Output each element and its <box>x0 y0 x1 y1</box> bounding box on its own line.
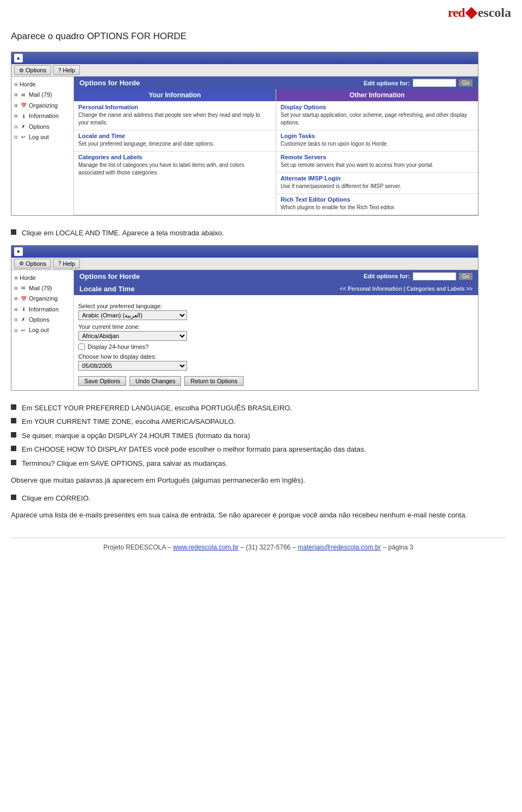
help-toolbar-btn-2[interactable]: ? Help <box>53 259 80 268</box>
sidebar-item-logout-2[interactable]: ⊟ ↩ Log out <box>11 325 73 335</box>
categories-title-1: Categories and Labels <box>78 154 271 160</box>
calendar-icon-1: 📅 <box>20 102 27 109</box>
logo-area: red escola <box>0 0 522 23</box>
locale-buttons-2: Save Options Undo Changes Return to Opti… <box>78 376 474 386</box>
bullet-item-4: Terminou? Clique em SAVE OPTIONS, para s… <box>11 458 506 469</box>
remote-servers-text-1: Set up remote servers that you want to a… <box>281 161 474 169</box>
sidebar-item-mail-2[interactable]: ⊞ ✉ Mail (79) <box>11 283 73 293</box>
rich-text-section-1: Rich Text Editor Options Which plugins t… <box>276 193 478 215</box>
return-options-btn-2[interactable]: Return to Options <box>184 376 243 386</box>
display24-label-2: Display 24-hour times? <box>88 343 149 350</box>
sidebar-item-horde-2[interactable]: ⊞ Horde <box>11 273 73 283</box>
bullet-text-3: Em CHOOSE HOW TO DISPLAY DATES você pode… <box>22 444 366 455</box>
date-select-2[interactable]: 05/08/2005 <box>78 361 187 371</box>
locale-panel-title-2: Locale and Time <box>79 285 135 293</box>
main-content: Aparece o quadro OPTIONS FOR HORDE ■ ⚙ O… <box>0 23 522 562</box>
go-btn-2[interactable]: Go <box>459 273 473 280</box>
window-icon-2: ■ <box>14 247 23 256</box>
sidebar-item-horde-1[interactable]: ⊞ Horde <box>11 79 73 90</box>
footer-text-3: – página 3 <box>381 544 413 551</box>
categories-section-1: Categories and Labels Manage the list of… <box>74 151 276 180</box>
other-info-title-1: Other Information <box>276 89 478 101</box>
edit-label-2: Edit options for: <box>364 273 410 279</box>
tree-expand-icon-1: ⊞ <box>14 82 18 88</box>
tree-expand-icon-info-1: ⊞ <box>14 113 18 119</box>
language-select-2[interactable]: Arabic (Oman) (العربية) <box>78 310 187 320</box>
options-toolbar-btn-2[interactable]: ⚙ Options <box>14 259 51 268</box>
options-header-right-2: Edit options for: Go <box>364 272 473 280</box>
display24-checkbox-2[interactable] <box>78 343 85 350</box>
options-header-title-2: Options for Horde <box>79 272 140 280</box>
edit-options-input-2[interactable] <box>413 272 456 280</box>
sidebar-item-information-2[interactable]: ⊞ ℹ Information <box>11 304 73 315</box>
caption-1-text: Clique em LOCALE AND TIME. Aparece a tel… <box>22 228 224 239</box>
options-icon-side-2: ✗ <box>20 316 27 324</box>
bullet2-section: Clique em CORREIO. <box>11 493 506 504</box>
bullet-text-0: Em SELECT YOUR PREFERRED LANGUAGE, escol… <box>22 403 292 414</box>
bullet-sq-0 <box>11 404 16 410</box>
other-info-panel-1: Other Information Display Options Set yo… <box>276 89 478 215</box>
edit-label-1: Edit options for: <box>364 80 410 86</box>
sidebar-item-organizing-1[interactable]: ⊞ 📅 Organizing <box>11 101 73 111</box>
sidebar-1: ⊞ Horde ⊞ ✉ Mail (79) ⊞ 📅 Organizing ⊞ ℹ… <box>11 77 74 215</box>
timezone-select-2[interactable]: Africa/Abidjan <box>78 331 187 341</box>
logo-escola: escola <box>478 5 511 20</box>
display-options-section-1: Display Options Set your startup applica… <box>276 101 478 130</box>
page-title: Aparece o quadro OPTIONS FOR HORDE <box>11 31 506 42</box>
titlebar-2: ■ <box>11 246 478 258</box>
sidebar-item-logout-1[interactable]: ⊟ ↩ Log out <box>11 132 73 142</box>
main-panel-2: Options for Horde Edit options for: Go L… <box>74 270 478 390</box>
para-2: Aparece uma lista de e-mails presentes e… <box>11 510 506 521</box>
logo-diamond-icon <box>465 7 477 19</box>
options-header-right-1: Edit options for: Go <box>364 79 473 87</box>
save-options-btn-2[interactable]: Save Options <box>78 376 126 386</box>
sidebar-item-options-1[interactable]: ⊟ ✗ Options <box>11 122 73 132</box>
edit-options-input-1[interactable] <box>413 79 456 87</box>
envelope-icon-2: ✉ <box>20 285 27 292</box>
options-toolbar-btn-1[interactable]: ⚙ Options <box>14 65 51 75</box>
logo-red: red <box>448 5 464 20</box>
sidebar-item-information-1[interactable]: ⊞ ℹ Information <box>11 111 73 121</box>
personal-info-section-1: Personal Information Change the name and… <box>74 101 276 130</box>
help-icon-1: ? <box>58 67 61 73</box>
bullet-sq-3 <box>11 446 16 451</box>
tree-expand-icon-org-1: ⊞ <box>14 103 18 109</box>
horde-window-1: ■ ⚙ Options ? Help ⊞ Horde ⊞ <box>11 52 478 216</box>
sidebar-item-mail-1[interactable]: ⊞ ✉ Mail (79) <box>11 90 73 100</box>
tree-expand-icon-2: ⊞ <box>14 275 18 281</box>
alternate-imsp-section-1: Alternate IMSP Login Use if name/passwor… <box>276 172 478 193</box>
date-label-2: Choose how to display dates: <box>78 353 474 360</box>
bullets-section: Em SELECT YOUR PREFERRED LANGUAGE, escol… <box>11 403 506 469</box>
tree-expand-icon-mail-1: ⊞ <box>14 92 18 98</box>
categories-text-1: Manage the list of categories you have t… <box>78 161 271 177</box>
sidebar-item-organizing-2[interactable]: ⊞ 📅 Organizing <box>11 293 73 304</box>
footer: Projeto REDESCOLA – www.redescola.com.br… <box>11 538 506 551</box>
logout-icon-1: ↩ <box>20 134 27 141</box>
caption-1-bullet: Clique em LOCALE AND TIME. Aparece a tel… <box>11 228 506 239</box>
bullet-sq-2 <box>11 432 16 438</box>
help-toolbar-btn-1[interactable]: ? Help <box>53 65 80 75</box>
timezone-label-2: Your current time zone: <box>78 323 474 330</box>
tree-expand-icon-info-2: ⊞ <box>14 307 18 313</box>
rich-text-title-1: Rich Text Editor Options <box>281 196 474 203</box>
bullet2-sq <box>11 495 16 500</box>
info-icon-1: ℹ <box>20 113 27 120</box>
main-panel-1: Options for Horde Edit options for: Go Y… <box>74 77 478 215</box>
login-tasks-section-1: Login Tasks Customize tasks to run upon … <box>276 130 478 151</box>
rich-text-text-1: Which plugins to enable for the Rich Tex… <box>281 204 474 211</box>
footer-link-1[interactable]: www.redescola.com.br <box>173 544 239 551</box>
personal-info-text-1: Change the name and address that people … <box>78 111 271 127</box>
bullet-text-4: Terminou? Clique em SAVE OPTIONS, para s… <box>22 458 227 469</box>
footer-text-2: – (31) 3227-5766 – <box>239 544 298 551</box>
options-header-2: Options for Horde Edit options for: Go <box>74 270 478 283</box>
options-icon-1: ⚙ <box>19 67 24 73</box>
alternate-imsp-title-1: Alternate IMSP Login <box>281 175 474 182</box>
toolbar-2: ⚙ Options ? Help <box>11 258 478 270</box>
footer-link-2[interactable]: materiais@redescola.com.br <box>298 544 381 551</box>
tree-expand-icon-org-2: ⊞ <box>14 296 18 302</box>
undo-changes-btn-2[interactable]: Undo Changes <box>129 376 181 386</box>
titlebar-1: ■ <box>11 52 478 64</box>
locale-time-text-1: Set your preferred language, timezone an… <box>78 140 271 148</box>
sidebar-item-options-2[interactable]: ⊟ ✗ Options <box>11 315 73 325</box>
go-btn-1[interactable]: Go <box>459 79 473 86</box>
